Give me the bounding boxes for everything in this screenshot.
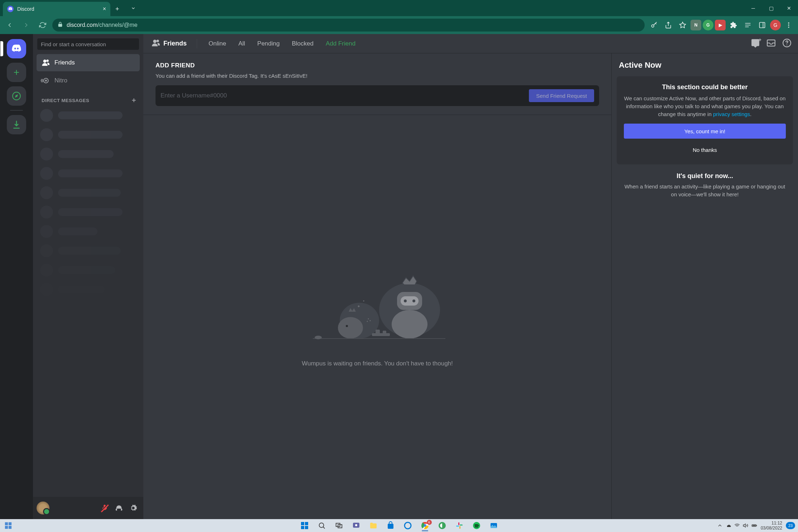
lock-icon bbox=[57, 21, 63, 29]
onedrive-icon[interactable] bbox=[726, 523, 731, 528]
back-button[interactable] bbox=[3, 18, 16, 32]
discord-favicon bbox=[7, 6, 14, 12]
new-group-dm-button[interactable]: + bbox=[751, 38, 760, 49]
sidebar-item-friends[interactable]: Friends bbox=[37, 54, 140, 71]
channel-sidebar: Find or start a conversation Friends Nit… bbox=[33, 34, 143, 519]
widgets-button[interactable] bbox=[3, 520, 14, 531]
add-friend-description: You can add a friend with their Discord … bbox=[156, 73, 599, 79]
dm-placeholder-line bbox=[58, 247, 121, 255]
server-divider bbox=[10, 110, 23, 111]
user-controls bbox=[98, 502, 140, 514]
dm-placeholder-avatar bbox=[40, 225, 53, 238]
volume-icon[interactable] bbox=[743, 523, 749, 528]
chevron-up-icon[interactable] bbox=[717, 523, 723, 528]
share-icon[interactable] bbox=[662, 19, 675, 32]
taskbar-app-chat[interactable] bbox=[349, 520, 364, 531]
side-panel-icon[interactable] bbox=[756, 19, 769, 32]
tab-online[interactable]: Online bbox=[204, 39, 230, 49]
extensions-puzzle-icon[interactable] bbox=[727, 19, 740, 32]
send-friend-request-button[interactable]: Send Friend Request bbox=[529, 89, 594, 102]
svg-rect-29 bbox=[5, 526, 8, 529]
battery-icon[interactable] bbox=[751, 523, 757, 528]
chrome-menu-icon[interactable] bbox=[782, 19, 795, 32]
extension-icon-2[interactable]: G bbox=[703, 20, 713, 30]
tab-pending[interactable]: Pending bbox=[253, 39, 284, 49]
address-bar[interactable]: discord.com/channels/@me bbox=[52, 19, 645, 32]
channel-list: Friends Nitro DIRECT MESSAGES + bbox=[33, 54, 143, 497]
dm-placeholder-line bbox=[58, 286, 105, 293]
svg-point-3 bbox=[788, 24, 789, 25]
taskbar-clock[interactable]: 11:12 03/08/2022 bbox=[761, 521, 782, 531]
add-server-button[interactable]: + bbox=[7, 63, 26, 82]
friends-icon bbox=[150, 38, 160, 49]
sidebar-item-nitro[interactable]: Nitro bbox=[37, 72, 140, 89]
svg-rect-31 bbox=[301, 522, 304, 525]
yes-count-me-in-button[interactable]: Yes, count me in! bbox=[624, 124, 786, 139]
extension-icon-1[interactable]: N bbox=[691, 20, 701, 30]
taskbar-app-photos[interactable] bbox=[486, 520, 501, 531]
server-list: + bbox=[0, 34, 33, 519]
bookmark-star-icon[interactable] bbox=[676, 19, 689, 32]
system-tray[interactable] bbox=[717, 523, 757, 528]
password-key-icon[interactable] bbox=[648, 19, 660, 32]
start-button[interactable] bbox=[297, 520, 312, 531]
dm-placeholder-avatar bbox=[40, 186, 53, 199]
download-apps-button[interactable] bbox=[7, 115, 26, 134]
svg-point-35 bbox=[319, 523, 324, 528]
user-avatar[interactable] bbox=[37, 502, 49, 514]
dm-search[interactable]: Find or start a conversation bbox=[37, 38, 139, 50]
tab-close-icon[interactable]: × bbox=[103, 6, 106, 12]
tab-blocked[interactable]: Blocked bbox=[287, 39, 317, 49]
taskbar-app-spotify[interactable] bbox=[469, 520, 484, 531]
mute-mic-button[interactable] bbox=[98, 502, 111, 514]
search-button[interactable] bbox=[314, 520, 329, 531]
dm-placeholder-row bbox=[37, 145, 140, 163]
taskbar-app-cortana[interactable] bbox=[400, 520, 415, 531]
notification-badge[interactable]: 23 bbox=[786, 522, 795, 529]
taskbar-app-5[interactable] bbox=[435, 520, 450, 531]
empty-state-caption: Wumpus is waiting on friends. You don't … bbox=[302, 360, 453, 367]
tab-all[interactable]: All bbox=[234, 39, 249, 49]
home-button[interactable] bbox=[7, 39, 26, 58]
maximize-button[interactable]: ▢ bbox=[762, 0, 780, 16]
browser-tab-active[interactable]: Discord × bbox=[3, 2, 110, 16]
dm-placeholder-row bbox=[37, 184, 140, 201]
tab-add-friend[interactable]: Add Friend bbox=[321, 39, 360, 49]
task-view-button[interactable] bbox=[331, 520, 347, 531]
dm-placeholder-line bbox=[58, 150, 114, 158]
taskbar-app-explorer[interactable] bbox=[366, 520, 381, 531]
no-thanks-button[interactable]: No thanks bbox=[624, 142, 786, 157]
wifi-icon[interactable] bbox=[734, 523, 740, 528]
help-button[interactable] bbox=[782, 38, 792, 49]
dm-header: DIRECT MESSAGES + bbox=[37, 90, 140, 107]
clock-time: 11:12 bbox=[761, 521, 782, 526]
dm-placeholder-line bbox=[58, 189, 121, 197]
reload-button[interactable] bbox=[36, 18, 49, 32]
reading-list-icon[interactable] bbox=[741, 19, 754, 32]
extension-icon-3[interactable]: ▶ bbox=[715, 20, 726, 30]
chrome-badge: 6 bbox=[427, 520, 432, 525]
new-tab-button[interactable]: + bbox=[110, 2, 124, 16]
header-divider bbox=[197, 39, 197, 48]
deafen-button[interactable] bbox=[113, 502, 125, 514]
explore-servers-button[interactable] bbox=[7, 86, 26, 106]
taskbar-app-chrome[interactable]: 6 bbox=[417, 520, 433, 531]
taskbar-app-slack[interactable] bbox=[452, 520, 467, 531]
create-dm-button[interactable]: + bbox=[132, 96, 136, 105]
profile-avatar[interactable]: G bbox=[770, 20, 781, 30]
dm-placeholder-avatar bbox=[40, 264, 53, 277]
empty-state: Wumpus is waiting on friends. You don't … bbox=[143, 115, 611, 519]
taskbar-app-store[interactable] bbox=[383, 520, 398, 531]
svg-rect-53 bbox=[756, 525, 757, 526]
svg-rect-28 bbox=[9, 522, 11, 525]
user-settings-button[interactable] bbox=[127, 502, 140, 514]
minimize-button[interactable]: ─ bbox=[744, 0, 762, 16]
forward-button[interactable] bbox=[19, 18, 33, 32]
search-tabs-button[interactable] bbox=[124, 0, 142, 16]
privacy-settings-link[interactable]: privacy settings bbox=[713, 111, 750, 117]
close-window-button[interactable]: ✕ bbox=[780, 0, 798, 16]
clock-date: 03/08/2022 bbox=[761, 526, 782, 531]
inbox-button[interactable] bbox=[766, 38, 776, 49]
svg-rect-13 bbox=[401, 296, 419, 306]
add-friend-input[interactable] bbox=[161, 92, 524, 99]
